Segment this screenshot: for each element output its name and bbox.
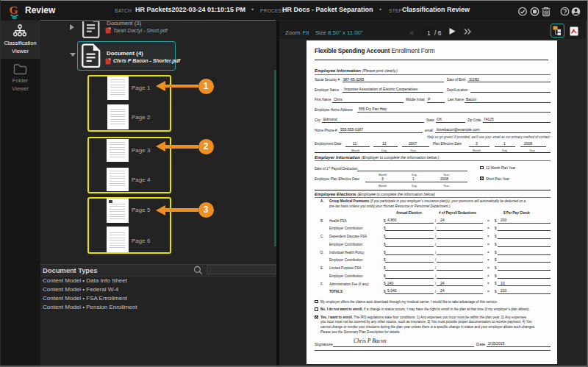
svg-text:G: G bbox=[10, 4, 18, 16]
